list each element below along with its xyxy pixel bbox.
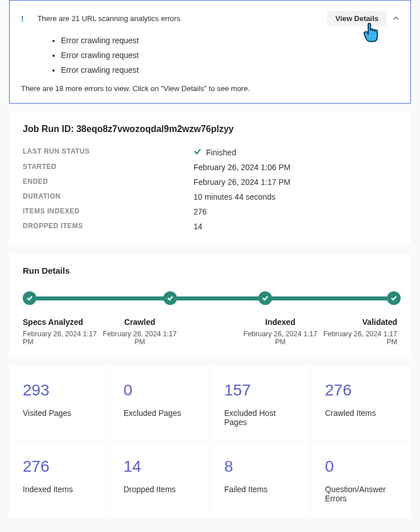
chevron-up-icon[interactable]: [393, 15, 399, 22]
timeline-node-crawled: [163, 291, 177, 305]
alert-error-list: Error crawling request Error crawling re…: [61, 33, 399, 77]
stat-excluded-pages: 0 Excluded Pages: [110, 366, 209, 442]
info-label: STARTED: [23, 163, 193, 172]
stat-dropped-items: 14 Dropped Items: [110, 443, 209, 518]
stat-qa-errors: 0 Question/Answer Errors: [311, 443, 411, 518]
timeline-node-indexed: [258, 291, 272, 305]
info-label: DROPPED ITEMS: [23, 222, 193, 231]
stat-label: Dropped Items: [123, 485, 196, 494]
info-row-dropped-items: DROPPED ITEMS 14: [23, 219, 397, 234]
run-details-card: Run Details Specs Analyzed February 26, …: [9, 254, 411, 357]
timeline-node-specs: [23, 291, 36, 305]
alert-title: There are 21 URL scanning analytics erro…: [38, 14, 328, 23]
view-details-button[interactable]: View Details: [327, 11, 386, 26]
alert-header: ! There are 21 URL scanning analytics er…: [21, 11, 399, 26]
timeline-node-validated: [387, 291, 401, 305]
stat-value: 157: [224, 381, 297, 399]
stat-value: 0: [123, 381, 196, 399]
stat-label: Excluded Pages: [123, 409, 196, 418]
info-label: DURATION: [23, 192, 193, 201]
timeline-step-label: Indexed: [241, 317, 319, 327]
job-run-id-value: 38eqo8z7vwozoqdal9m2wzw76plzyy: [76, 124, 234, 134]
job-run-id-title: Job Run ID: 38eqo8z7vwozoqdal9m2wzw76plz…: [23, 124, 397, 134]
stat-visited-pages: 293 Visited Pages: [9, 366, 109, 442]
stat-value: 276: [23, 457, 95, 476]
timeline-col-indexed: Indexed February 26, 2024 1:17 PM: [236, 317, 319, 346]
stat-label: Failed Items: [224, 485, 297, 494]
timeline-col-validated: Validated February 26, 2024 1:17 PM: [319, 317, 397, 346]
run-details-title: Run Details: [23, 266, 397, 275]
stat-label: Question/Answer Errors: [325, 485, 397, 503]
stat-value: 8: [224, 457, 297, 476]
info-label: LAST RUN STATUS: [23, 147, 193, 157]
alert-error-item: Error crawling request: [61, 33, 399, 48]
info-row-ended: ENDED February 26, 2024 1:17 PM: [23, 175, 397, 189]
stat-value: 293: [23, 381, 95, 399]
alert-error-item: Error crawling request: [61, 48, 399, 63]
timeline-bar: [27, 296, 397, 300]
alert-footer-text: There are 18 more errors to view. Click …: [21, 84, 399, 93]
stat-value: 14: [123, 457, 196, 476]
info-row-duration: DURATION 10 minutes 44 seconds: [23, 189, 397, 204]
stat-value: 276: [325, 381, 397, 399]
timeline-step-date: February 26, 2024 1:17 PM: [319, 330, 397, 346]
job-run-id-prefix: Job Run ID:: [23, 124, 76, 134]
timeline-step-date: February 26, 2024 1:17 PM: [241, 330, 319, 346]
info-value: 14: [193, 222, 203, 231]
info-value: February 26, 2024 1:06 PM: [193, 163, 290, 172]
stat-value: 0: [325, 457, 397, 476]
alert-error-item: Error crawling request: [61, 63, 399, 77]
check-icon: [193, 147, 201, 157]
timeline-step-date: February 26, 2024 1:17 PM: [23, 330, 101, 346]
job-run-card: Job Run ID: 38eqo8z7vwozoqdal9m2wzw76plz…: [9, 113, 411, 245]
info-value: Finished: [193, 147, 236, 157]
info-label: ITEMS INDEXED: [23, 207, 193, 216]
timeline-labels: Specs Analyzed February 26, 2024 1:17 PM…: [23, 317, 397, 346]
stat-label: Excluded Host Pages: [224, 409, 297, 427]
info-row-started: STARTED February 26, 2024 1:06 PM: [23, 160, 397, 175]
timeline-step-label: Validated: [319, 317, 397, 327]
stat-label: Visited Pages: [23, 409, 95, 418]
info-value: 276: [193, 207, 207, 216]
alert-icon: !: [21, 14, 24, 23]
timeline-step-label: Specs Analyzed: [23, 317, 101, 327]
info-row-status: LAST RUN STATUS Finished: [23, 145, 397, 160]
stat-indexed-items: 276 Indexed Items: [9, 443, 109, 518]
stat-excluded-host-pages: 157 Excluded Host Pages: [211, 366, 310, 442]
timeline-step-label: Crawled: [101, 317, 179, 327]
stat-crawled-items: 276 Crawled Items: [311, 366, 411, 442]
info-value: February 26, 2024 1:17 PM: [193, 178, 290, 187]
timeline: [23, 292, 397, 304]
stat-label: Indexed Items: [23, 485, 95, 494]
info-label: ENDED: [23, 178, 193, 187]
status-text: Finished: [206, 148, 236, 157]
stat-label: Crawled Items: [325, 409, 397, 418]
stat-failed-items: 8 Failed Items: [211, 443, 310, 518]
stats-grid: 293 Visited Pages 0 Excluded Pages 157 E…: [9, 366, 411, 518]
info-value: 10 minutes 44 seconds: [193, 192, 275, 201]
timeline-col-specs: Specs Analyzed February 26, 2024 1:17 PM: [23, 317, 101, 346]
alert-panel: ! There are 21 URL scanning analytics er…: [9, 0, 411, 104]
timeline-step-date: February 26, 2024 1:17 PM: [101, 330, 179, 346]
info-row-items-indexed: ITEMS INDEXED 276: [23, 204, 397, 219]
timeline-col-crawled: Crawled February 26, 2024 1:17 PM: [101, 317, 236, 346]
